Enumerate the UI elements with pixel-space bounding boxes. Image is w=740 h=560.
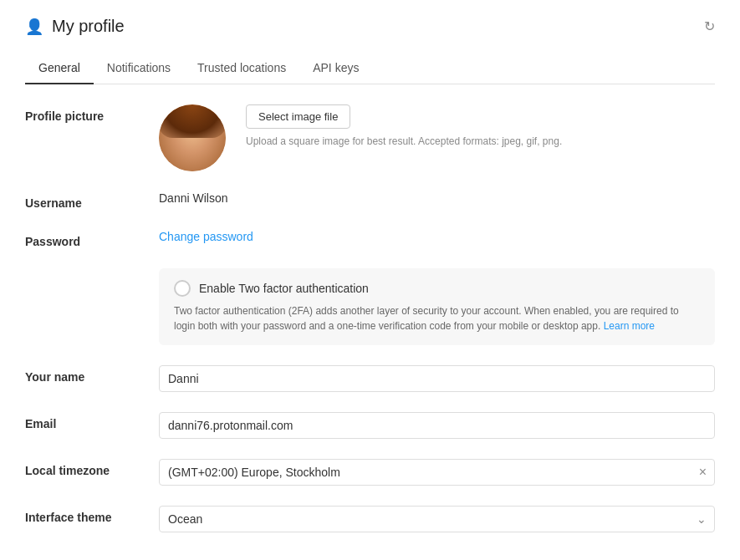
username-label: Username: [25, 191, 159, 210]
profile-picture-field: Select image file Upload a square image …: [159, 104, 715, 171]
form-content: Profile picture Select image file Upload…: [25, 84, 715, 560]
theme-select-wrapper: Ocean ⌄: [159, 506, 715, 532]
change-password-link[interactable]: Change password: [159, 230, 253, 243]
upload-area: Select image file Upload a square image …: [246, 104, 562, 147]
username-value: Danni Wilson: [159, 188, 227, 205]
timezone-field: (GMT+02:00) Europe, Stockholm ×: [159, 459, 715, 486]
username-row: Username Danni Wilson: [25, 191, 715, 210]
tab-general[interactable]: General: [25, 53, 94, 84]
select-image-button[interactable]: Select image file: [246, 104, 350, 129]
timezone-select-wrapper: (GMT+02:00) Europe, Stockholm ×: [159, 459, 715, 486]
theme-field: Ocean ⌄: [159, 506, 715, 532]
upload-hint: Upload a square image for best result. A…: [246, 135, 562, 147]
profile-picture-label: Profile picture: [25, 104, 159, 123]
email-label: Email: [25, 412, 159, 430]
theme-row: Interface theme Ocean ⌄: [25, 506, 715, 532]
timezone-row: Local timezone (GMT+02:00) Europe, Stock…: [25, 459, 715, 486]
page-header: 👤 My profile ↻: [25, 17, 715, 36]
your-name-input[interactable]: [159, 365, 715, 392]
avatar: [159, 104, 226, 171]
timezone-label: Local timezone: [25, 459, 159, 477]
timezone-select[interactable]: (GMT+02:00) Europe, Stockholm: [159, 459, 715, 486]
your-name-label: Your name: [25, 365, 159, 384]
theme-select[interactable]: Ocean: [159, 506, 715, 532]
page-title: My profile: [52, 17, 125, 36]
email-field-wrapper: [159, 412, 715, 439]
tabs-bar: General Notifications Trusted locations …: [25, 53, 715, 84]
your-name-field: [159, 365, 715, 392]
refresh-icon[interactable]: ↻: [704, 18, 715, 34]
your-name-row: Your name: [25, 365, 715, 392]
learn-more-link[interactable]: Learn more: [604, 320, 655, 332]
tab-trusted-locations[interactable]: Trusted locations: [184, 53, 299, 84]
password-label: Password: [25, 230, 159, 248]
twofa-description: Two factor authentication (2FA) adds ano…: [174, 303, 700, 333]
password-row: Password Change password: [25, 230, 715, 248]
twofa-header: Enable Two factor authentication: [174, 280, 700, 297]
email-row: Email: [25, 412, 715, 439]
twofa-box: Enable Two factor authentication Two fac…: [159, 268, 715, 345]
person-icon: 👤: [25, 18, 43, 36]
username-field: Danni Wilson: [159, 191, 715, 205]
tab-api-keys[interactable]: API keys: [299, 53, 372, 84]
password-field: Change password: [159, 230, 715, 243]
theme-label: Interface theme: [25, 506, 159, 524]
email-input[interactable]: [159, 412, 715, 439]
profile-picture-row: Profile picture Select image file Upload…: [25, 104, 715, 171]
timezone-clear-icon[interactable]: ×: [699, 466, 707, 479]
twofa-toggle[interactable]: [174, 280, 191, 297]
twofa-title: Enable Two factor authentication: [199, 282, 369, 295]
tab-notifications[interactable]: Notifications: [94, 53, 184, 84]
